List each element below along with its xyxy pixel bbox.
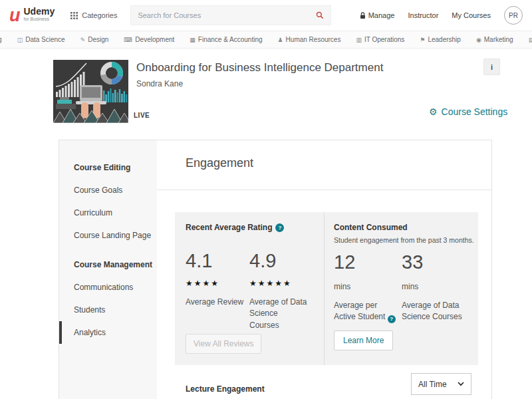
metric-label: Average of Data Science Courses — [249, 297, 313, 331]
help-icon[interactable]: ? — [388, 315, 396, 323]
course-settings-link[interactable]: ⚙ Course Settings — [429, 106, 507, 117]
brand-name: Udemy — [24, 7, 55, 17]
main-card: Course Editing Course Goals Curriculum C… — [59, 140, 492, 399]
search-box — [130, 5, 331, 25]
manage-label: Manage — [368, 11, 395, 19]
data-science-icon: ◫ — [17, 37, 23, 43]
top-nav: Manage Instructor My Courses PR — [360, 6, 523, 25]
my-courses-label: My Courses — [452, 11, 491, 19]
sidebar-item-students[interactable]: Students — [59, 299, 157, 321]
category-item-leadership[interactable]: ⚑ Leadership — [420, 36, 461, 43]
avatar[interactable]: PR — [504, 6, 523, 25]
categories-button[interactable]: Categories — [70, 11, 117, 19]
category-label: Data Science — [25, 36, 65, 43]
metric-label: Average Review — [186, 297, 249, 331]
sidebar-header-course-editing: Course Editing — [59, 156, 157, 179]
help-icon[interactable]: ? — [275, 223, 284, 232]
metric-unit: mins — [402, 282, 469, 291]
manage-link[interactable]: Manage — [360, 11, 395, 19]
metric-value: 12 — [334, 251, 402, 273]
metric-unit: mins — [334, 282, 402, 291]
category-average-metric: 4.9 ★★★★★ — [249, 250, 313, 288]
consumed-section-subtitle: Student engagement from the past 3 month… — [334, 236, 474, 244]
page-title: Engagement — [186, 156, 253, 170]
top-header: u Udemy for Business Categories — [0, 0, 532, 31]
metric-value: 4.1 — [186, 250, 249, 272]
development-icon: ⌨ — [124, 37, 132, 43]
instructor-link[interactable]: Instructor — [408, 11, 438, 19]
category-item-office-productivity[interactable]: ▤ Office Productivity — [529, 36, 532, 43]
category-label: Leadership — [428, 36, 460, 43]
category-label: Finance & Accounting — [198, 36, 263, 43]
category-item-development[interactable]: ⌨ Development — [124, 36, 174, 43]
gear-icon: ⚙ — [429, 107, 438, 116]
udemy-logo[interactable]: u Udemy for Business — [9, 7, 55, 25]
category-avg-metric: 33 mins — [402, 251, 469, 291]
metric-label: Average of Data Science Courses — [402, 300, 469, 323]
my-courses-link[interactable]: My Courses — [452, 11, 491, 19]
sidebar-header-course-management: Course Management — [59, 253, 157, 276]
course-title: Onboarding for Business Intelligence Dep… — [136, 61, 383, 74]
course-thumbnail — [53, 60, 128, 123]
metrics-panel: Recent Average Rating ? 4.1 ★★★★ 4.9 ★★★… — [175, 212, 478, 365]
metric-value: 33 — [402, 251, 469, 273]
brand-subtitle: for Business — [24, 17, 55, 21]
lock-icon — [360, 12, 366, 19]
course-sidebar: Course Editing Course Goals Curriculum C… — [59, 140, 157, 399]
category-item-data-science[interactable]: ◫ Data Science — [17, 36, 65, 43]
search-input[interactable] — [138, 11, 316, 19]
chevron-down-icon — [458, 382, 464, 386]
categories-label: Categories — [82, 11, 117, 19]
grid-icon — [70, 12, 78, 19]
search-icon[interactable] — [316, 11, 324, 19]
section-divider — [157, 190, 491, 190]
category-label: Marketing — [484, 36, 513, 43]
category-bar: ☁ Cloud Computing ◫ Data Science ✎ Desig… — [0, 31, 532, 49]
category-label: Human Resources — [286, 36, 341, 43]
content-consumed-section: Content Consumed Student engagement from… — [324, 212, 482, 365]
category-label: Cloud Computing — [0, 36, 2, 43]
sidebar-item-course-landing-page[interactable]: Course Landing Page — [59, 224, 157, 247]
metric-label: Average per Active Student ? — [334, 300, 402, 323]
category-item-human-resources[interactable]: ♟ Human Resources — [278, 36, 341, 43]
avg-per-student-metric: 12 mins — [334, 251, 402, 291]
office-productivity-icon: ▤ — [529, 37, 532, 43]
average-review-metric: 4.1 ★★★★ — [186, 250, 249, 288]
udemy-logo-icon: u — [9, 7, 21, 25]
metric-value: 4.9 — [249, 250, 313, 272]
view-all-reviews-button[interactable]: View All Reviews — [186, 334, 261, 354]
marketing-icon: ◉ — [476, 37, 481, 43]
sidebar-item-course-goals[interactable]: Course Goals — [59, 179, 157, 201]
info-button[interactable]: i — [483, 59, 500, 75]
consumed-section-title: Content Consumed — [334, 223, 408, 232]
learn-more-button[interactable]: Learn More — [334, 331, 393, 350]
it-operations-icon: ▥ — [356, 37, 362, 43]
category-item-design[interactable]: ✎ Design — [80, 36, 109, 43]
instructor-label: Instructor — [408, 11, 438, 19]
star-rating-icon: ★★★★ — [186, 279, 249, 288]
course-settings-label: Course Settings — [442, 106, 508, 117]
finance-accounting-icon: ▦ — [190, 37, 196, 43]
human-resources-icon: ♟ — [278, 37, 283, 43]
leadership-icon: ⚑ — [420, 37, 425, 43]
category-item-marketing[interactable]: ◉ Marketing — [476, 36, 513, 43]
category-item-finance-accounting[interactable]: ▦ Finance & Accounting — [190, 36, 262, 43]
sidebar-item-curriculum[interactable]: Curriculum — [59, 201, 157, 224]
star-rating-icon: ★★★★★ — [249, 279, 313, 288]
category-item-it-operations[interactable]: ▥ IT Operations — [356, 36, 404, 43]
sidebar-item-analytics[interactable]: Analytics — [59, 321, 157, 344]
time-filter-dropdown[interactable]: All Time — [411, 373, 471, 395]
category-label: Design — [88, 36, 108, 43]
course-instructor: Sondra Kane — [136, 79, 183, 88]
rating-section: Recent Average Rating ? 4.1 ★★★★ 4.9 ★★★… — [175, 212, 324, 365]
category-label: Development — [135, 36, 174, 43]
category-label: IT Operations — [364, 36, 404, 43]
time-filter-value: All Time — [418, 380, 447, 389]
lecture-engagement-title: Lecture Engagement — [186, 384, 265, 394]
rating-section-title: Recent Average Rating — [186, 223, 272, 232]
design-icon: ✎ — [80, 37, 86, 43]
category-item-cloud-computing[interactable]: ☁ Cloud Computing — [0, 36, 2, 43]
live-status-badge: LIVE — [134, 112, 150, 119]
sidebar-item-communications[interactable]: Communications — [59, 276, 157, 299]
analytics-content: Engagement Recent Average Rating ? 4.1 ★… — [157, 140, 491, 399]
